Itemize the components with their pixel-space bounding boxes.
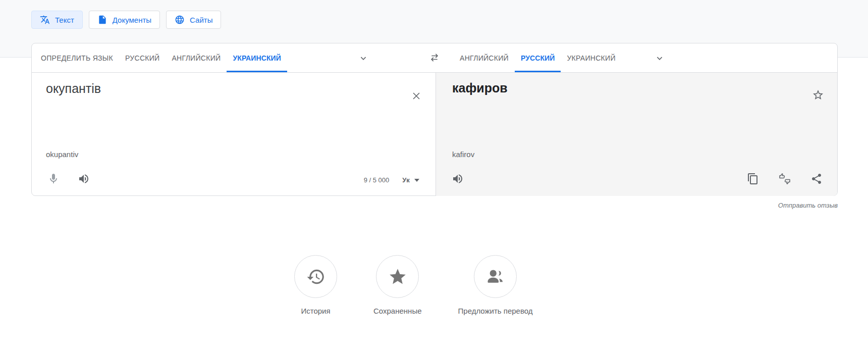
history-button[interactable]: История xyxy=(294,255,337,315)
mode-button-text[interactable]: Текст xyxy=(31,11,83,29)
target-language-dropdown[interactable] xyxy=(650,43,669,72)
chevron-down-icon xyxy=(358,53,369,64)
close-icon xyxy=(410,90,422,102)
tab-target-russian[interactable]: РУССКИЙ xyxy=(515,43,561,72)
translation-transliteration: kafirov xyxy=(452,150,474,159)
keyboard-select-button[interactable]: Ук xyxy=(402,176,419,184)
mode-button-label: Документы xyxy=(113,16,151,24)
history-icon xyxy=(306,267,326,286)
tab-source-ukrainian[interactable]: УКРАИНСКИЙ xyxy=(227,43,287,72)
chevron-down-icon xyxy=(654,53,665,64)
clear-source-button[interactable] xyxy=(410,90,422,102)
footer-actions: История Сохраненные Предложить перевод xyxy=(294,255,532,315)
tab-target-ukrainian[interactable]: УКРАИНСКИЙ xyxy=(561,43,621,72)
source-text-input[interactable]: окупантів xyxy=(46,81,101,96)
tab-detect-language[interactable]: ОПРЕДЕЛИТЬ ЯЗЫК xyxy=(35,43,119,72)
source-audio-controls xyxy=(47,173,90,185)
source-language-tabs: ОПРЕДЕЛИТЬ ЯЗЫК РУССКИЙ АНГЛИЙСКИЙ УКРАИ… xyxy=(35,43,373,72)
swap-languages-button[interactable] xyxy=(424,47,445,68)
speaker-icon xyxy=(452,173,464,185)
contribute-button[interactable]: Предложить перевод xyxy=(458,255,533,315)
char-counter: 9 / 5 000 xyxy=(364,176,390,184)
mic-button[interactable] xyxy=(47,173,60,185)
saved-label: Сохраненные xyxy=(373,307,422,315)
tab-target-english[interactable]: АНГЛИЙСКИЙ xyxy=(454,43,515,72)
listen-source-button[interactable] xyxy=(78,173,90,185)
tab-source-english[interactable]: АНГЛИЙСКИЙ xyxy=(166,43,227,72)
source-language-dropdown[interactable] xyxy=(354,43,373,72)
speaker-icon xyxy=(78,173,90,185)
mode-toolbar: Текст Документы Сайты xyxy=(31,11,221,29)
keyboard-select-caret xyxy=(414,179,419,182)
star-icon xyxy=(388,267,407,286)
target-language-tabs: АНГЛИЙСКИЙ РУССКИЙ УКРАИНСКИЙ xyxy=(454,43,669,72)
target-action-controls xyxy=(747,173,823,185)
saved-button[interactable]: Сохраненные xyxy=(373,255,422,315)
language-bar: ОПРЕДЕЛИТЬ ЯЗЫК РУССКИЙ АНГЛИЙСКИЙ УКРАИ… xyxy=(32,43,837,73)
share-translation-button[interactable] xyxy=(810,173,823,185)
keyboard-label: Ук xyxy=(402,176,410,184)
history-circle xyxy=(294,255,337,298)
contribute-label: Предложить перевод xyxy=(458,307,533,315)
source-transliteration: okupantiv xyxy=(46,150,78,159)
tab-source-russian[interactable]: РУССКИЙ xyxy=(119,43,166,72)
translate-icon xyxy=(40,15,50,25)
history-label: История xyxy=(301,307,330,315)
send-feedback-link[interactable]: Отправить отзыв xyxy=(778,202,838,209)
source-meta-controls: 9 / 5 000 Ук xyxy=(364,176,419,184)
save-translation-button[interactable] xyxy=(812,89,824,101)
target-audio-controls xyxy=(452,173,464,185)
mode-button-label: Текст xyxy=(55,16,74,24)
listen-translation-button[interactable] xyxy=(452,173,464,185)
people-icon xyxy=(486,267,505,286)
target-panel: кафиров kafirov xyxy=(436,73,837,196)
contribute-circle xyxy=(474,255,517,298)
translate-card: ОПРЕДЕЛИТЬ ЯЗЫК РУССКИЙ АНГЛИЙСКИЙ УКРАИ… xyxy=(31,43,838,196)
copy-icon xyxy=(747,173,759,185)
source-panel[interactable]: окупантів okupantiv 9 / 5 000 Ук xyxy=(32,73,436,196)
mode-button-websites[interactable]: Сайты xyxy=(166,11,221,29)
saved-circle xyxy=(376,255,419,298)
globe-icon xyxy=(175,15,185,25)
share-icon xyxy=(810,173,823,185)
swap-languages-icon xyxy=(428,52,441,64)
rate-translation-button[interactable] xyxy=(779,173,791,185)
mode-button-documents[interactable]: Документы xyxy=(89,11,160,29)
rate-translation-icon xyxy=(779,173,791,185)
google-translate-page: Текст Документы Сайты ОПРЕДЕЛИТЬ ЯЗЫК РУ… xyxy=(0,0,868,348)
document-icon xyxy=(97,15,107,25)
save-star-icon xyxy=(812,89,824,101)
translation-text: кафиров xyxy=(452,81,508,95)
mic-icon xyxy=(47,173,60,185)
mode-button-label: Сайты xyxy=(190,16,212,24)
translate-panels: окупантів okupantiv 9 / 5 000 Ук xyxy=(32,73,837,196)
copy-translation-button[interactable] xyxy=(747,173,759,185)
